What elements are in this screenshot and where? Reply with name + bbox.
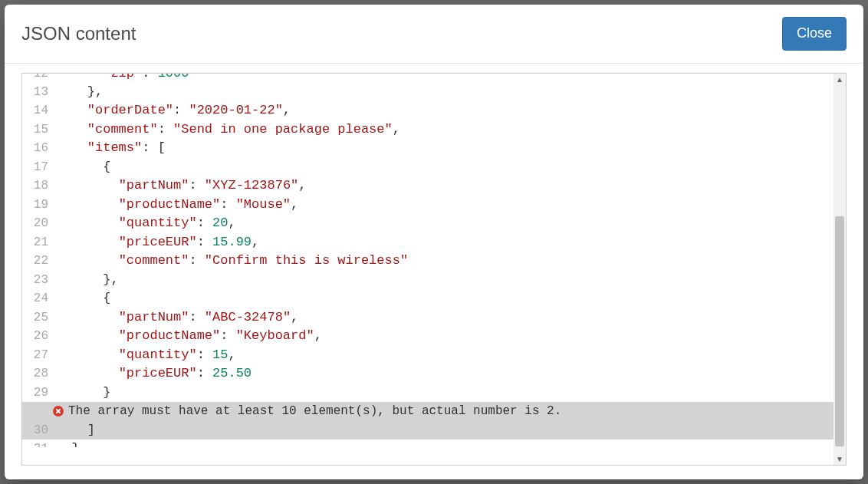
code-content[interactable]: "comment": "Send in one package please", [54,120,833,140]
vertical-scrollbar[interactable]: ▲ ▼ [833,74,846,465]
scrollbar-track[interactable] [833,86,846,453]
line-number: 30 [22,421,54,440]
line-number: 20 [22,214,54,233]
code-content[interactable]: "productName": "Keyboard", [54,327,833,346]
code-line[interactable]: 27 "quantity": 15, [22,346,833,365]
code-line[interactable]: 13 }, [22,83,833,102]
code-content[interactable]: "priceEUR": 25.50 [54,364,833,384]
code-line[interactable]: 15 "comment": "Send in one package pleas… [22,120,833,140]
line-number: 23 [22,271,54,290]
code-content[interactable]: { [54,158,833,177]
line-number: 14 [22,101,54,120]
code-content[interactable]: "partNum": "XYZ-123876", [54,176,833,196]
line-number: 28 [22,364,54,384]
code-content[interactable]: }, [54,83,833,102]
line-number: 15 [22,120,54,140]
code-content[interactable]: "quantity": 20, [54,214,833,233]
code-line[interactable]: 23 }, [22,271,833,290]
code-content[interactable]: "items": [ [54,139,833,158]
code-line[interactable]: 14 "orderDate": "2020-01-22", [22,101,833,120]
code-content[interactable]: ] [54,421,833,440]
line-number: 21 [22,233,54,252]
code-line[interactable]: 12 "zip": 1000 [22,74,833,83]
code-line[interactable]: 28 "priceEUR": 25.50 [22,364,833,384]
close-button[interactable]: Close [782,17,847,51]
code-content[interactable]: } [54,384,833,403]
code-content[interactable]: "orderDate": "2020-01-22", [54,101,833,120]
modal-header: JSON content Close [5,5,863,64]
line-number: 27 [22,346,54,365]
code-content[interactable]: "quantity": 15, [54,346,833,365]
line-number: 16 [22,139,54,158]
line-number: 12 [22,74,54,83]
scrollbar-thumb[interactable] [835,216,844,446]
code-content[interactable]: "partNum": "ABC-32478", [54,308,833,328]
code-line[interactable]: 18 "partNum": "XYZ-123876", [22,176,833,196]
line-number: 22 [22,252,54,271]
code-content[interactable]: { [54,289,833,308]
code-content[interactable]: "priceEUR": 15.99, [54,233,833,252]
line-number: 19 [22,196,54,215]
code-line[interactable]: 24 { [22,289,833,308]
code-content[interactable]: "productName": "Mouse", [54,196,833,215]
scroll-up-arrow[interactable]: ▲ [833,74,846,86]
line-number: 26 [22,327,54,346]
json-content-modal: JSON content Close 12 "zip": 100013 },14… [5,5,863,479]
line-number: 17 [22,158,54,177]
line-number: 18 [22,176,54,196]
code-line[interactable]: 26 "productName": "Keyboard", [22,327,833,346]
code-line[interactable]: 30 ] [22,421,833,440]
code-line[interactable]: 31 } [22,440,833,447]
line-number: 25 [22,308,54,328]
code-line[interactable]: 19 "productName": "Mouse", [22,196,833,215]
code-line[interactable]: 25 "partNum": "ABC-32478", [22,308,833,328]
code-line[interactable]: 21 "priceEUR": 15.99, [22,233,833,252]
code-line[interactable]: 16 "items": [ [22,139,833,158]
code-content[interactable]: "comment": "Confirm this is wireless" [54,252,833,271]
code-editor[interactable]: 12 "zip": 100013 },14 "orderDate": "2020… [21,73,847,466]
code-content[interactable]: }, [54,271,833,290]
line-number: 29 [22,384,54,403]
code-content[interactable]: "zip": 1000 [54,74,833,83]
line-number: 13 [22,83,54,102]
validation-error-row: The array must have at least 10 element(… [22,402,833,421]
modal-body: 12 "zip": 100013 },14 "orderDate": "2020… [5,64,863,479]
line-number: 24 [22,289,54,308]
code-content[interactable]: } [54,440,833,447]
code-line[interactable]: 20 "quantity": 20, [22,214,833,233]
code-line[interactable]: 29 } [22,384,833,403]
code-line[interactable]: 17 { [22,158,833,177]
code-line[interactable]: 22 "comment": "Confirm this is wireless" [22,252,833,271]
modal-title: JSON content [21,23,136,44]
error-message: The array must have at least 10 element(… [68,402,561,421]
error-icon [53,406,64,417]
line-number: 31 [22,440,54,447]
scroll-down-arrow[interactable]: ▼ [833,453,846,465]
